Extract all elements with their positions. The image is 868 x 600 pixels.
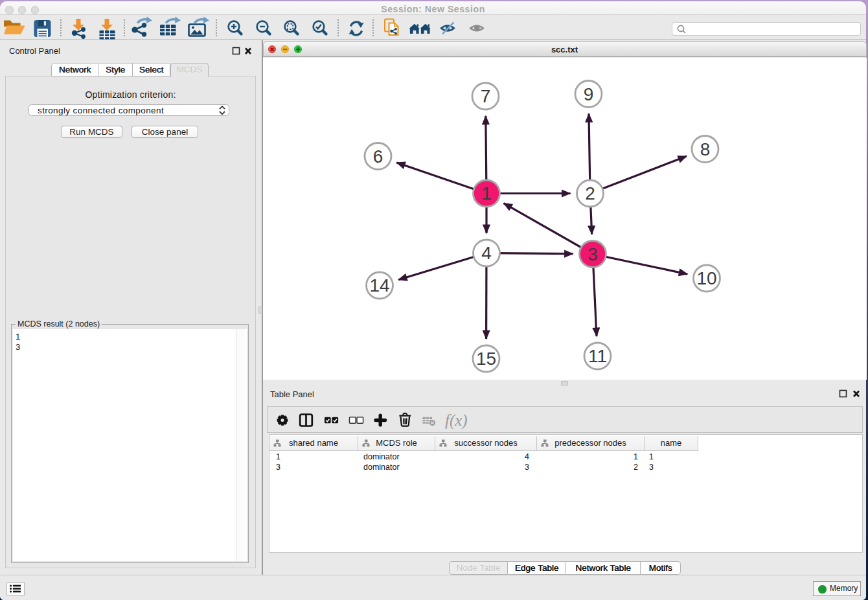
svg-text:3: 3 bbox=[588, 244, 598, 264]
svg-text:8: 8 bbox=[700, 139, 710, 159]
svg-text:1: 1 bbox=[481, 183, 492, 203]
svg-text:2: 2 bbox=[585, 183, 595, 203]
svg-text:15: 15 bbox=[475, 349, 496, 369]
svg-text:f(x): f(x) bbox=[445, 411, 468, 430]
svg-text:10: 10 bbox=[696, 268, 716, 288]
svg-text:6: 6 bbox=[372, 146, 383, 166]
svg-text:14: 14 bbox=[369, 275, 389, 295]
svg-text:7: 7 bbox=[480, 86, 490, 106]
svg-text:11: 11 bbox=[588, 346, 606, 366]
svg-text:4: 4 bbox=[481, 243, 492, 263]
svg-text:9: 9 bbox=[583, 84, 593, 104]
